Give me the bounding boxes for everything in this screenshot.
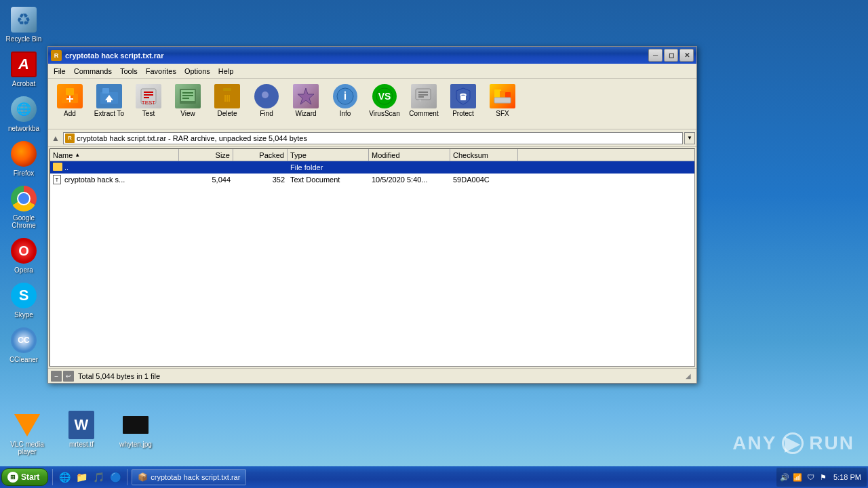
tray-notification-icon[interactable]: ⚑ — [818, 472, 829, 483]
file-list-container: Name ▲ Size Packed Type Modified Checksu… — [50, 148, 695, 367]
desktop-icon-whyten[interactable]: whyten.jpg — [112, 409, 159, 458]
resize-handle[interactable]: ◢ — [686, 372, 694, 380]
sfx-icon — [490, 84, 515, 108]
toolbar-btn-view[interactable]: View — [169, 81, 207, 127]
toolbar-label-test: Test — [142, 110, 155, 117]
svg-marker-34 — [418, 100, 421, 102]
toolbar-btn-protect[interactable]: Protect — [444, 81, 482, 127]
table-row[interactable]: T cryptotab hack s... 5,044 352 Text Doc… — [50, 174, 694, 186]
toolbar-btn-sfx[interactable]: SFX — [484, 81, 521, 127]
toolbar-btn-wizard[interactable]: Wizard — [287, 81, 325, 127]
col-header-size[interactable]: Size — [179, 149, 233, 161]
menu-help[interactable]: Help — [214, 66, 238, 77]
tray-volume-icon[interactable]: 🔊 — [779, 472, 790, 483]
toolbar-label-find: Find — [260, 110, 273, 117]
file-cell-size: 5,044 — [179, 176, 233, 184]
anyrun-play-icon: ▶ — [782, 432, 804, 454]
file-list-body: .. File folder T cryptotab hack s... — [50, 161, 694, 366]
find-icon — [254, 84, 279, 108]
desktop-icon-chrome[interactable]: Google Chrome — [0, 182, 47, 232]
desktop-icon-firefox[interactable]: Firefox — [0, 138, 47, 180]
restore-button[interactable]: ◻ — [664, 49, 678, 62]
desktop-icon-vlc[interactable]: VLC media player — [3, 409, 51, 458]
menu-commands[interactable]: Commands — [70, 66, 116, 77]
menu-options[interactable]: Options — [180, 66, 214, 77]
taskbar-media-icon[interactable]: 🎵 — [91, 470, 106, 485]
delete-icon — [214, 84, 240, 108]
col-header-name[interactable]: Name ▲ — [50, 149, 179, 161]
taskbar-ie2-icon[interactable]: 🔵 — [108, 470, 123, 485]
col-header-checksum[interactable]: Checksum — [450, 149, 518, 161]
start-button[interactable]: ⊞ Start — [1, 468, 48, 486]
tray-network-icon[interactable]: 📶 — [792, 472, 803, 483]
start-label: Start — [21, 472, 39, 482]
toolbar-btn-delete[interactable]: Delete — [208, 81, 246, 127]
file-cell-type: File folder — [288, 163, 369, 171]
taskbar: ⊞ Start 🌐 📁 🎵 🔵 📦 cryptotab hack script.… — [0, 466, 868, 488]
desktop-icon-column: Recycle Bin Acrobat 🌐 networkba Firefox — [0, 0, 47, 369]
col-header-packed[interactable]: Packed — [233, 149, 288, 161]
desktop-icon-networkba[interactable]: 🌐 networkba — [0, 93, 47, 135]
desktop-icon-acrobat[interactable]: Acrobat — [0, 48, 47, 90]
svg-rect-42 — [494, 98, 511, 103]
txt-file-icon: T — [53, 175, 62, 184]
taskbar-items: 📦 cryptotab hack script.txt.rar — [129, 469, 776, 485]
address-input-wrap: R cryptotab hack script.txt.rar - RAR ar… — [63, 132, 683, 144]
taskbar-ie-icon[interactable]: 🌐 — [57, 470, 72, 485]
tray-security-icon[interactable]: 🛡 — [805, 472, 816, 483]
desktop-icon-label-opera: Opera — [14, 266, 33, 274]
status-icon-1: – — [51, 371, 62, 382]
winrar-toolbar: Add Extract To — [48, 79, 696, 129]
taskbar-folder-icon[interactable]: 📁 — [74, 470, 89, 485]
toolbar-btn-find[interactable]: Find — [248, 81, 285, 127]
address-back-button[interactable]: ▲ — [50, 132, 62, 144]
col-header-modified[interactable]: Modified — [369, 149, 450, 161]
desktop-icon-opera[interactable]: Opera — [0, 235, 47, 277]
status-icons: – ↩ — [51, 371, 74, 382]
comment-icon — [411, 84, 437, 108]
toolbar-label-extract-to: Extract To — [94, 110, 124, 117]
address-dropdown-button[interactable]: ▼ — [684, 132, 695, 144]
svg-rect-1 — [66, 88, 74, 95]
desktop-icon-label-firefox: Firefox — [14, 169, 35, 177]
table-row[interactable]: .. File folder — [50, 161, 694, 174]
menu-tools[interactable]: Tools — [116, 66, 142, 77]
taskbar-separator-2 — [127, 469, 127, 485]
desktop-icon-mrtest[interactable]: W mrtest.tf — [58, 409, 105, 458]
toolbar-btn-info[interactable]: i Info — [326, 81, 364, 127]
tray-clock[interactable]: 5:18 PM — [831, 473, 864, 481]
address-text: cryptotab hack script.txt.rar - RAR arch… — [77, 134, 681, 142]
svg-rect-6 — [102, 88, 109, 94]
toolbar-btn-test[interactable]: TEST Test — [130, 81, 167, 127]
toolbar-btn-comment[interactable]: Comment — [405, 81, 443, 127]
anyrun-text-run: RUN — [809, 432, 854, 454]
desktop-icon-label-chrome: Google Chrome — [1, 214, 46, 229]
desktop-icon-recycle-bin[interactable]: Recycle Bin — [0, 3, 47, 45]
desktop-icon-ccleaner[interactable]: CCleaner — [0, 324, 47, 366]
folder-icon — [53, 163, 62, 172]
svg-rect-19 — [223, 88, 231, 91]
menu-file[interactable]: File — [50, 66, 70, 77]
desktop-icon-label-recycle: Recycle Bin — [6, 35, 42, 43]
toolbar-btn-virusscan[interactable]: VS VirusScan — [366, 81, 403, 127]
toolbar-label-sfx: SFX — [496, 110, 509, 117]
taskbar-winrar-item[interactable]: 📦 cryptotab hack script.txt.rar — [132, 469, 246, 485]
winrar-title-text: cryptotab hack script.txt.rar — [65, 52, 648, 60]
file-cell-packed: 352 — [233, 176, 288, 184]
desktop-icon-label-networkba: networkba — [8, 125, 39, 132]
winrar-address-bar: ▲ R cryptotab hack script.txt.rar - RAR … — [48, 129, 696, 147]
close-button[interactable]: ✕ — [679, 49, 694, 62]
minimize-button[interactable]: ─ — [648, 49, 663, 62]
toolbar-label-add: Add — [64, 110, 76, 117]
toolbar-label-virusscan: VirusScan — [369, 110, 399, 117]
anyrun-watermark: ANY ▶ RUN — [732, 432, 854, 454]
taskbar-quick-launch: 🌐 📁 🎵 🔵 — [54, 470, 125, 485]
desktop-icon-skype[interactable]: Skype — [0, 279, 47, 321]
toolbar-btn-add[interactable]: Add — [51, 81, 89, 127]
protect-icon — [450, 84, 476, 108]
menu-favorites[interactable]: Favorites — [142, 66, 180, 77]
toolbar-btn-extract-to[interactable]: Extract To — [90, 81, 128, 127]
col-header-type[interactable]: Type — [288, 149, 369, 161]
svg-text:TEST: TEST — [142, 100, 156, 106]
toolbar-label-info: Info — [340, 110, 351, 117]
